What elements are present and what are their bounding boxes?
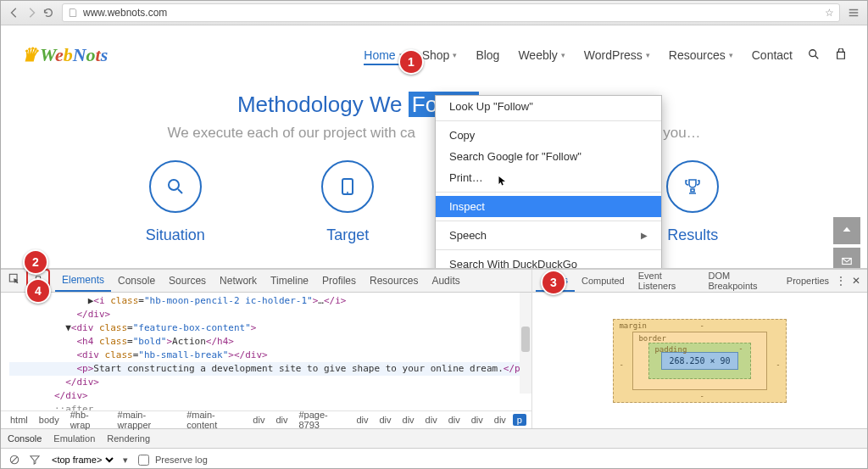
crumb-item[interactable]: #hb-wrap	[66, 409, 111, 431]
crumb-item[interactable]: div	[421, 414, 442, 426]
menu-icon[interactable]	[845, 3, 862, 22]
styles-tab[interactable]: Event Listeners	[632, 270, 702, 292]
chevron-down-icon: ▾	[561, 51, 565, 59]
crumb-item[interactable]: div	[467, 414, 487, 426]
styles-tab[interactable]: DOM Breakpoints	[701, 270, 779, 292]
styles-pane: margin - - - - border padding- 268.250 ×…	[532, 293, 867, 428]
close-devtools-icon[interactable]: ✕	[852, 275, 860, 287]
dom-node[interactable]: <div class="hb-small-break"></div>	[9, 349, 531, 362]
devtools-tab[interactable]: Timeline	[264, 270, 315, 292]
crumb-item[interactable]: body	[35, 414, 64, 426]
search-icon	[149, 160, 202, 213]
drawer-tab[interactable]: Console	[8, 433, 42, 444]
mail-button[interactable]	[833, 248, 860, 269]
nav-label: Blog	[476, 48, 499, 62]
preserve-log-checkbox[interactable]: Preserve log	[135, 452, 208, 468]
crumb-item[interactable]: div	[248, 414, 269, 426]
dom-node[interactable]: <h4 class="bold">Action</h4>	[9, 335, 531, 349]
crumb-item[interactable]: div	[352, 414, 372, 426]
page-viewport: ♛ WebNots Home▾Shop▾BlogWeebly▾WordPress…	[1, 25, 867, 269]
drawer-tab[interactable]: Emulation	[53, 433, 95, 444]
nav-item[interactable]: Resources▾	[669, 45, 733, 65]
devtools-tab[interactable]: Elements	[55, 270, 111, 292]
feature-label: Target	[262, 226, 435, 244]
dom-node[interactable]: </div>	[9, 389, 531, 403]
scrollbar[interactable]	[520, 293, 531, 394]
nav-item[interactable]: WordPress▾	[584, 45, 650, 65]
bag-icon[interactable]	[835, 48, 847, 63]
scroll-top-button[interactable]	[833, 217, 860, 244]
chevron-down-icon: ▾	[646, 51, 650, 59]
nav-label: Shop	[422, 48, 450, 62]
chevron-down-icon: ▾	[453, 51, 457, 59]
devtools-tab[interactable]: Console	[111, 270, 162, 292]
annotation-badge-2: 2	[23, 249, 48, 275]
crumb-item[interactable]: #page-8793	[294, 409, 349, 431]
console-tabs: ConsoleEmulationRendering	[1, 428, 867, 448]
hero-title: Methodology We Follow in Our Projects	[21, 92, 847, 118]
inspect-icon[interactable]	[4, 269, 25, 289]
context-menu-item[interactable]: Copy	[436, 125, 661, 146]
dom-node[interactable]: </div>	[9, 376, 531, 389]
context-menu-item[interactable]: Speech▶	[436, 225, 661, 246]
crumb-item[interactable]: div	[271, 414, 292, 426]
crown-icon: ♛	[21, 44, 38, 66]
crumb-item[interactable]: html	[6, 414, 32, 426]
context-menu-item[interactable]: Look Up "Follow"	[436, 96, 661, 117]
reload-icon[interactable]	[40, 3, 57, 22]
crumb-item[interactable]: div	[398, 414, 419, 426]
crumb-item[interactable]: p	[513, 414, 526, 426]
filter-icon[interactable]	[28, 453, 42, 466]
nav-item[interactable]: Contact	[752, 45, 793, 65]
svg-point-0	[810, 49, 816, 56]
svg-point-3	[347, 192, 348, 193]
drawer-tab[interactable]: Rendering	[107, 433, 150, 444]
devtools-tab[interactable]: Profiles	[315, 270, 363, 292]
dom-node[interactable]: </div>	[9, 308, 531, 321]
feature-box[interactable]: Target	[262, 160, 435, 244]
devtools-tab[interactable]: Sources	[162, 270, 213, 292]
tablet-icon	[321, 160, 374, 213]
nav-item[interactable]: Home▾	[364, 45, 403, 65]
kebab-icon[interactable]: ⋮	[836, 275, 847, 287]
styles-tab[interactable]: Computed	[575, 270, 632, 292]
site-logo[interactable]: ♛ WebNots	[21, 44, 108, 66]
crumb-item[interactable]: div	[375, 414, 395, 426]
styles-tab[interactable]: Properties	[780, 270, 836, 292]
forward-icon[interactable]	[23, 3, 40, 22]
nav-item[interactable]: Blog	[476, 45, 499, 65]
nav-item[interactable]: Shop▾	[422, 45, 458, 65]
devtools-tab[interactable]: Network	[213, 270, 264, 292]
dom-node[interactable]: ▶<i class="hb-moon-pencil-2 ic-holder-1"…	[9, 294, 531, 308]
star-icon[interactable]: ☆	[825, 7, 834, 19]
annotation-badge-3: 3	[541, 270, 566, 295]
context-menu-item[interactable]: Search With DuckDuckGo	[436, 254, 661, 269]
dom-tree[interactable]: ▶<i class="hb-moon-pencil-2 ic-holder-1"…	[1, 293, 531, 410]
breadcrumb[interactable]: htmlbody#hb-wrap#main-wrapper#main-conte…	[1, 410, 531, 428]
context-menu-item[interactable]: Inspect	[436, 196, 661, 217]
hero-subtitle: We execute each of our project with cao …	[21, 125, 847, 142]
dom-node[interactable]: ::after	[9, 403, 531, 411]
nav-item[interactable]: Weebly▾	[518, 45, 565, 65]
context-menu[interactable]: Look Up "Follow"CopySearch Google for "F…	[435, 95, 662, 269]
clear-console-icon[interactable]	[8, 453, 21, 466]
devtools-tab[interactable]: Resources	[363, 270, 425, 292]
frame-select[interactable]: <top frame>	[48, 454, 116, 466]
context-menu-item[interactable]: Print…	[436, 167, 661, 188]
crumb-item[interactable]: #main-wrapper	[114, 409, 181, 431]
devtools-tab[interactable]: Audits	[425, 270, 466, 292]
back-icon[interactable]	[6, 3, 23, 22]
crumb-item[interactable]: div	[444, 414, 465, 426]
crumb-item[interactable]: div	[490, 414, 510, 426]
search-icon[interactable]	[808, 48, 820, 63]
annotation-badge-1: 1	[398, 49, 424, 75]
dom-node[interactable]: ▼<div class="feature-box-content">	[9, 321, 531, 335]
url-text: www.webnots.com	[83, 7, 167, 19]
context-menu-item[interactable]: Search Google for "Follow"	[436, 146, 661, 167]
cursor-icon	[498, 176, 508, 190]
crumb-item[interactable]: #main-content	[182, 409, 246, 431]
address-bar[interactable]: www.webnots.com ☆	[62, 3, 840, 22]
feature-box[interactable]: Situation	[89, 160, 262, 244]
dom-node[interactable]: <p>Start constructing a development site…	[9, 362, 531, 376]
console-controls: <top frame> ▾ Preserve log	[1, 448, 867, 469]
